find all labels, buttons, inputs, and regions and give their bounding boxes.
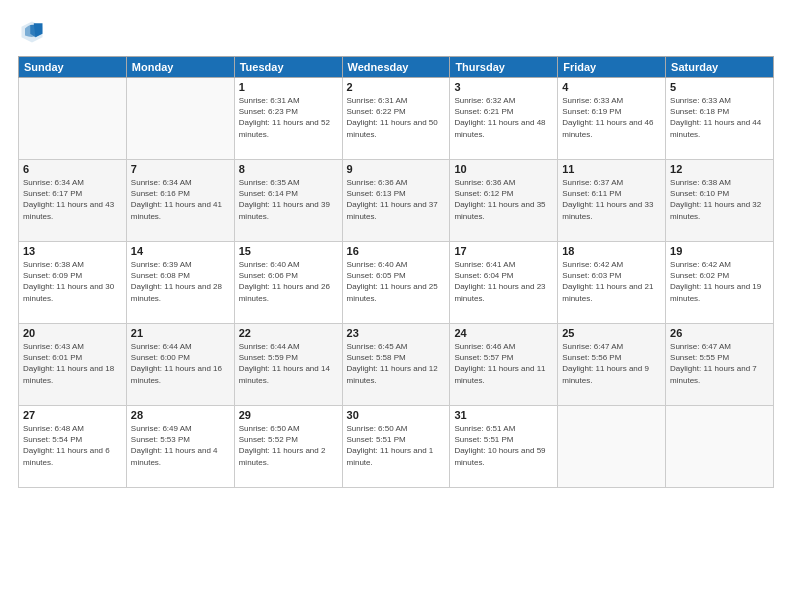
day-number: 23 xyxy=(347,327,446,339)
day-number: 11 xyxy=(562,163,661,175)
header-thursday: Thursday xyxy=(450,57,558,78)
header-friday: Friday xyxy=(558,57,666,78)
day-number: 28 xyxy=(131,409,230,421)
calendar-cell: 4Sunrise: 6:33 AMSunset: 6:19 PMDaylight… xyxy=(558,78,666,160)
calendar-cell: 27Sunrise: 6:48 AMSunset: 5:54 PMDayligh… xyxy=(19,406,127,488)
day-detail: Sunrise: 6:46 AMSunset: 5:57 PMDaylight:… xyxy=(454,341,553,386)
day-detail: Sunrise: 6:37 AMSunset: 6:11 PMDaylight:… xyxy=(562,177,661,222)
calendar-cell: 15Sunrise: 6:40 AMSunset: 6:06 PMDayligh… xyxy=(234,242,342,324)
day-number: 20 xyxy=(23,327,122,339)
day-detail: Sunrise: 6:31 AMSunset: 6:23 PMDaylight:… xyxy=(239,95,338,140)
day-detail: Sunrise: 6:33 AMSunset: 6:18 PMDaylight:… xyxy=(670,95,769,140)
day-number: 22 xyxy=(239,327,338,339)
week-row-1: 1Sunrise: 6:31 AMSunset: 6:23 PMDaylight… xyxy=(19,78,774,160)
day-number: 15 xyxy=(239,245,338,257)
day-detail: Sunrise: 6:40 AMSunset: 6:05 PMDaylight:… xyxy=(347,259,446,304)
calendar-cell: 1Sunrise: 6:31 AMSunset: 6:23 PMDaylight… xyxy=(234,78,342,160)
day-number: 9 xyxy=(347,163,446,175)
day-number: 31 xyxy=(454,409,553,421)
day-number: 7 xyxy=(131,163,230,175)
day-detail: Sunrise: 6:38 AMSunset: 6:09 PMDaylight:… xyxy=(23,259,122,304)
header-saturday: Saturday xyxy=(666,57,774,78)
day-detail: Sunrise: 6:45 AMSunset: 5:58 PMDaylight:… xyxy=(347,341,446,386)
calendar-page: SundayMondayTuesdayWednesdayThursdayFrid… xyxy=(0,0,792,612)
day-detail: Sunrise: 6:32 AMSunset: 6:21 PMDaylight:… xyxy=(454,95,553,140)
week-row-5: 27Sunrise: 6:48 AMSunset: 5:54 PMDayligh… xyxy=(19,406,774,488)
day-detail: Sunrise: 6:42 AMSunset: 6:02 PMDaylight:… xyxy=(670,259,769,304)
logo-icon xyxy=(18,18,46,46)
day-detail: Sunrise: 6:40 AMSunset: 6:06 PMDaylight:… xyxy=(239,259,338,304)
day-number: 17 xyxy=(454,245,553,257)
day-detail: Sunrise: 6:38 AMSunset: 6:10 PMDaylight:… xyxy=(670,177,769,222)
day-detail: Sunrise: 6:42 AMSunset: 6:03 PMDaylight:… xyxy=(562,259,661,304)
header-sunday: Sunday xyxy=(19,57,127,78)
day-number: 18 xyxy=(562,245,661,257)
calendar-cell: 24Sunrise: 6:46 AMSunset: 5:57 PMDayligh… xyxy=(450,324,558,406)
calendar-cell xyxy=(19,78,127,160)
day-number: 13 xyxy=(23,245,122,257)
week-row-4: 20Sunrise: 6:43 AMSunset: 6:01 PMDayligh… xyxy=(19,324,774,406)
calendar-cell: 20Sunrise: 6:43 AMSunset: 6:01 PMDayligh… xyxy=(19,324,127,406)
calendar-cell: 21Sunrise: 6:44 AMSunset: 6:00 PMDayligh… xyxy=(126,324,234,406)
calendar-cell xyxy=(558,406,666,488)
day-detail: Sunrise: 6:33 AMSunset: 6:19 PMDaylight:… xyxy=(562,95,661,140)
day-detail: Sunrise: 6:43 AMSunset: 6:01 PMDaylight:… xyxy=(23,341,122,386)
calendar-cell xyxy=(666,406,774,488)
calendar-cell: 17Sunrise: 6:41 AMSunset: 6:04 PMDayligh… xyxy=(450,242,558,324)
day-detail: Sunrise: 6:47 AMSunset: 5:56 PMDaylight:… xyxy=(562,341,661,386)
logo xyxy=(18,18,50,46)
calendar-cell: 11Sunrise: 6:37 AMSunset: 6:11 PMDayligh… xyxy=(558,160,666,242)
calendar-cell: 22Sunrise: 6:44 AMSunset: 5:59 PMDayligh… xyxy=(234,324,342,406)
calendar-cell: 7Sunrise: 6:34 AMSunset: 6:16 PMDaylight… xyxy=(126,160,234,242)
calendar-cell: 2Sunrise: 6:31 AMSunset: 6:22 PMDaylight… xyxy=(342,78,450,160)
header-monday: Monday xyxy=(126,57,234,78)
day-number: 2 xyxy=(347,81,446,93)
calendar-cell: 30Sunrise: 6:50 AMSunset: 5:51 PMDayligh… xyxy=(342,406,450,488)
day-detail: Sunrise: 6:34 AMSunset: 6:16 PMDaylight:… xyxy=(131,177,230,222)
header-wednesday: Wednesday xyxy=(342,57,450,78)
day-number: 19 xyxy=(670,245,769,257)
header xyxy=(18,18,774,46)
calendar-cell: 10Sunrise: 6:36 AMSunset: 6:12 PMDayligh… xyxy=(450,160,558,242)
day-detail: Sunrise: 6:36 AMSunset: 6:13 PMDaylight:… xyxy=(347,177,446,222)
calendar-cell: 25Sunrise: 6:47 AMSunset: 5:56 PMDayligh… xyxy=(558,324,666,406)
calendar-cell: 23Sunrise: 6:45 AMSunset: 5:58 PMDayligh… xyxy=(342,324,450,406)
day-number: 1 xyxy=(239,81,338,93)
calendar-cell: 12Sunrise: 6:38 AMSunset: 6:10 PMDayligh… xyxy=(666,160,774,242)
week-row-3: 13Sunrise: 6:38 AMSunset: 6:09 PMDayligh… xyxy=(19,242,774,324)
week-row-2: 6Sunrise: 6:34 AMSunset: 6:17 PMDaylight… xyxy=(19,160,774,242)
calendar-cell: 19Sunrise: 6:42 AMSunset: 6:02 PMDayligh… xyxy=(666,242,774,324)
day-detail: Sunrise: 6:31 AMSunset: 6:22 PMDaylight:… xyxy=(347,95,446,140)
calendar-cell xyxy=(126,78,234,160)
day-number: 3 xyxy=(454,81,553,93)
day-detail: Sunrise: 6:47 AMSunset: 5:55 PMDaylight:… xyxy=(670,341,769,386)
day-detail: Sunrise: 6:44 AMSunset: 5:59 PMDaylight:… xyxy=(239,341,338,386)
day-detail: Sunrise: 6:36 AMSunset: 6:12 PMDaylight:… xyxy=(454,177,553,222)
day-number: 12 xyxy=(670,163,769,175)
day-number: 16 xyxy=(347,245,446,257)
calendar-cell: 5Sunrise: 6:33 AMSunset: 6:18 PMDaylight… xyxy=(666,78,774,160)
day-detail: Sunrise: 6:41 AMSunset: 6:04 PMDaylight:… xyxy=(454,259,553,304)
calendar-table: SundayMondayTuesdayWednesdayThursdayFrid… xyxy=(18,56,774,488)
day-detail: Sunrise: 6:35 AMSunset: 6:14 PMDaylight:… xyxy=(239,177,338,222)
day-number: 6 xyxy=(23,163,122,175)
calendar-cell: 16Sunrise: 6:40 AMSunset: 6:05 PMDayligh… xyxy=(342,242,450,324)
day-detail: Sunrise: 6:51 AMSunset: 5:51 PMDaylight:… xyxy=(454,423,553,468)
calendar-cell: 8Sunrise: 6:35 AMSunset: 6:14 PMDaylight… xyxy=(234,160,342,242)
day-number: 26 xyxy=(670,327,769,339)
day-number: 29 xyxy=(239,409,338,421)
day-number: 8 xyxy=(239,163,338,175)
day-number: 27 xyxy=(23,409,122,421)
calendar-cell: 28Sunrise: 6:49 AMSunset: 5:53 PMDayligh… xyxy=(126,406,234,488)
day-number: 24 xyxy=(454,327,553,339)
calendar-cell: 6Sunrise: 6:34 AMSunset: 6:17 PMDaylight… xyxy=(19,160,127,242)
day-number: 5 xyxy=(670,81,769,93)
day-detail: Sunrise: 6:48 AMSunset: 5:54 PMDaylight:… xyxy=(23,423,122,468)
day-detail: Sunrise: 6:44 AMSunset: 6:00 PMDaylight:… xyxy=(131,341,230,386)
day-number: 21 xyxy=(131,327,230,339)
day-number: 25 xyxy=(562,327,661,339)
day-detail: Sunrise: 6:50 AMSunset: 5:51 PMDaylight:… xyxy=(347,423,446,468)
calendar-cell: 31Sunrise: 6:51 AMSunset: 5:51 PMDayligh… xyxy=(450,406,558,488)
header-row: SundayMondayTuesdayWednesdayThursdayFrid… xyxy=(19,57,774,78)
day-detail: Sunrise: 6:49 AMSunset: 5:53 PMDaylight:… xyxy=(131,423,230,468)
